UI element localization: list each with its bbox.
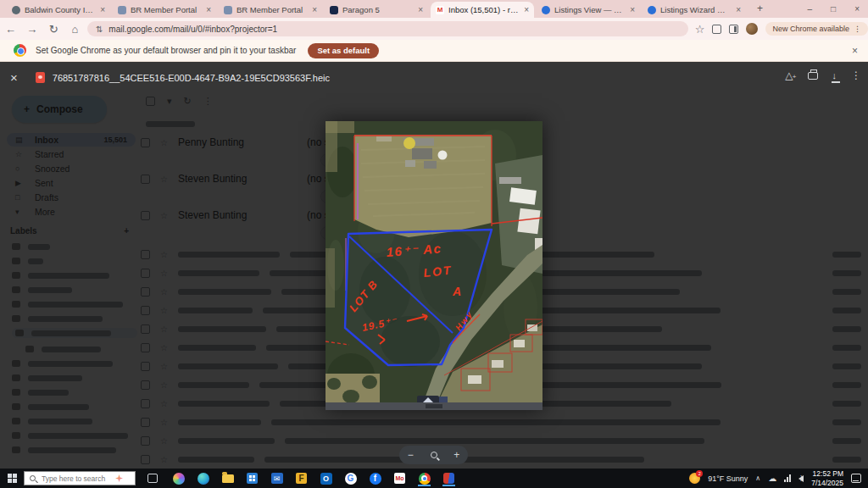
taskbar-clock[interactable]: 12:52 PM 7/14/2025 bbox=[811, 469, 843, 487]
tab-close-icon[interactable]: × bbox=[100, 5, 105, 14]
extensions-icon[interactable] bbox=[712, 25, 721, 34]
task-view-icon[interactable] bbox=[147, 474, 158, 483]
taskbar-app-chrome[interactable] bbox=[417, 470, 431, 486]
tray-chevron-up-icon[interactable]: ∧ bbox=[755, 474, 760, 482]
chrome-icon bbox=[419, 473, 431, 485]
tab-listings-view[interactable]: Listings View — My State MLS× bbox=[537, 2, 640, 18]
taskbar-app-photos[interactable] bbox=[171, 470, 186, 486]
new-tab-button[interactable]: + bbox=[757, 3, 763, 14]
person-app-icon bbox=[443, 473, 454, 484]
address-bar[interactable]: ⇅ mail.google.com/mail/u/0/#inbox?projec… bbox=[87, 21, 688, 36]
chrome-logo-icon bbox=[14, 44, 26, 57]
tab-listings-wizard[interactable]: Listings Wizard — My State M× bbox=[643, 2, 746, 18]
windows-logo-icon bbox=[8, 474, 17, 483]
onedrive-cloud-icon[interactable]: ☁ bbox=[768, 474, 776, 483]
tab-close-icon[interactable]: × bbox=[418, 5, 423, 14]
aerial-property-photo[interactable]: 16⁺⁻ Ac LOT A LOT B 19.5⁺⁻ Hwy bbox=[326, 121, 542, 410]
taskbar-app-store[interactable] bbox=[245, 470, 259, 486]
edge-icon bbox=[198, 473, 209, 485]
weather-sun-icon[interactable]: 2 bbox=[689, 473, 700, 484]
browser-menu-icon[interactable]: ⋮ bbox=[854, 25, 861, 33]
search-input[interactable] bbox=[40, 474, 111, 484]
gmail-favicon: M bbox=[436, 6, 444, 14]
google-icon: G bbox=[345, 473, 357, 485]
tab-gmail-inbox[interactable]: MInbox (15,501) - reneedonedea× bbox=[431, 2, 534, 18]
image-zoom-controls: − + bbox=[399, 446, 468, 464]
taskbar-app-google[interactable]: G bbox=[343, 470, 358, 486]
reload-icon[interactable]: ↻ bbox=[42, 23, 64, 36]
zoom-out-icon[interactable]: − bbox=[408, 449, 414, 461]
volume-icon[interactable] bbox=[798, 475, 804, 482]
banner-text: Set Google Chrome as your default browse… bbox=[36, 46, 296, 55]
tab-strip: Baldwin County ISV3× BR Member Portal× B… bbox=[0, 0, 868, 18]
portal-favicon bbox=[118, 6, 126, 14]
paragon-f-icon: F bbox=[296, 473, 307, 484]
taskbar-app-mail[interactable]: ✉ bbox=[270, 470, 284, 486]
photos-icon bbox=[173, 473, 185, 485]
preview-close-icon[interactable]: × bbox=[10, 70, 18, 85]
globe-favicon bbox=[12, 6, 20, 14]
profile-avatar[interactable] bbox=[746, 23, 758, 35]
action-center-icon[interactable] bbox=[851, 474, 861, 483]
copilot-sparkle-icon bbox=[115, 474, 123, 482]
taskbar-app-person[interactable] bbox=[442, 470, 456, 486]
clock-date: 7/14/2025 bbox=[811, 479, 843, 488]
site-settings-icon[interactable]: ⇅ bbox=[96, 25, 103, 34]
search-icon bbox=[30, 475, 36, 481]
reading-list-icon[interactable] bbox=[729, 25, 738, 34]
preview-more-icon[interactable]: ⋮ bbox=[851, 69, 861, 81]
portal-favicon bbox=[224, 6, 232, 14]
forward-icon[interactable]: → bbox=[21, 23, 42, 36]
tab-paragon5[interactable]: Paragon 5× bbox=[325, 2, 428, 18]
start-button[interactable] bbox=[0, 474, 24, 483]
tab-close-icon[interactable]: × bbox=[736, 5, 741, 14]
tab-br-member-portal-1[interactable]: BR Member Portal× bbox=[113, 2, 216, 18]
zoom-in-icon[interactable]: + bbox=[453, 449, 459, 461]
tab-br-member-portal-2[interactable]: BR Member Portal× bbox=[219, 2, 322, 18]
outlook-icon: O bbox=[320, 473, 332, 485]
system-tray: 2 91°F Sunny ∧ ☁ 12:52 PM 7/14/2025 bbox=[689, 469, 868, 487]
default-browser-banner: Set Google Chrome as your default browse… bbox=[0, 40, 868, 62]
tab-baldwin-county[interactable]: Baldwin County ISV3× bbox=[7, 2, 110, 18]
add-to-drive-icon[interactable]: △+ bbox=[785, 70, 793, 80]
paragon-favicon bbox=[330, 6, 338, 14]
network-icon[interactable] bbox=[784, 474, 791, 482]
lot-a-letter: A bbox=[452, 285, 461, 298]
window-close-button[interactable]: × bbox=[854, 4, 860, 14]
taskbar-app-outlook[interactable]: O bbox=[319, 470, 333, 486]
mls-favicon bbox=[648, 6, 656, 14]
weather-text[interactable]: 91°F Sunny bbox=[708, 474, 748, 483]
tab-close-icon[interactable]: × bbox=[630, 5, 635, 14]
taskbar-app-paragon[interactable]: F bbox=[294, 470, 309, 486]
taskbar-app-mo[interactable]: Mo bbox=[392, 470, 407, 486]
window-maximize-button[interactable]: □ bbox=[831, 4, 836, 14]
mail-envelope-icon: ✉ bbox=[271, 473, 283, 484]
taskbar-app-edge[interactable] bbox=[196, 470, 210, 486]
print-icon[interactable] bbox=[808, 72, 818, 80]
back-icon[interactable]: ← bbox=[0, 23, 21, 36]
set-as-default-button[interactable]: Set as default bbox=[308, 43, 379, 58]
taskbar-app-facebook[interactable]: f bbox=[368, 470, 382, 486]
taskbar-app-file-explorer[interactable] bbox=[220, 470, 235, 486]
download-icon[interactable]: ↓ bbox=[832, 71, 837, 80]
mls-favicon bbox=[542, 6, 550, 14]
tab-close-icon[interactable]: × bbox=[206, 5, 211, 14]
tab-close-icon[interactable]: × bbox=[524, 5, 529, 14]
url-text: mail.google.com/mail/u/0/#inbox?projecto… bbox=[108, 25, 277, 34]
facebook-icon: f bbox=[370, 473, 381, 485]
taskbar-search-box[interactable] bbox=[24, 471, 136, 485]
window-minimize-button[interactable]: – bbox=[808, 4, 813, 14]
preview-actions: △+ ↓ ⋮ bbox=[785, 69, 861, 81]
attachment-preview-header: × 76851787816__54CEE516-E00D-4647-B9A2-1… bbox=[0, 66, 868, 89]
browser-toolbar: ← → ↻ ⌂ ⇅ mail.google.com/mail/u/0/#inbo… bbox=[0, 18, 868, 40]
banner-close-icon[interactable]: × bbox=[852, 45, 858, 57]
magnifier-icon bbox=[431, 452, 437, 458]
folder-icon bbox=[222, 474, 234, 483]
new-chrome-available-button[interactable]: New Chrome available ⋮ bbox=[765, 22, 868, 36]
bookmark-star-icon[interactable]: ☆ bbox=[695, 23, 705, 36]
weather-badge: 2 bbox=[696, 470, 703, 477]
screen: Baldwin County ISV3× BR Member Portal× B… bbox=[0, 0, 868, 488]
tab-close-icon[interactable]: × bbox=[312, 5, 317, 14]
heic-file-icon bbox=[36, 72, 45, 83]
home-icon[interactable]: ⌂ bbox=[64, 23, 86, 36]
